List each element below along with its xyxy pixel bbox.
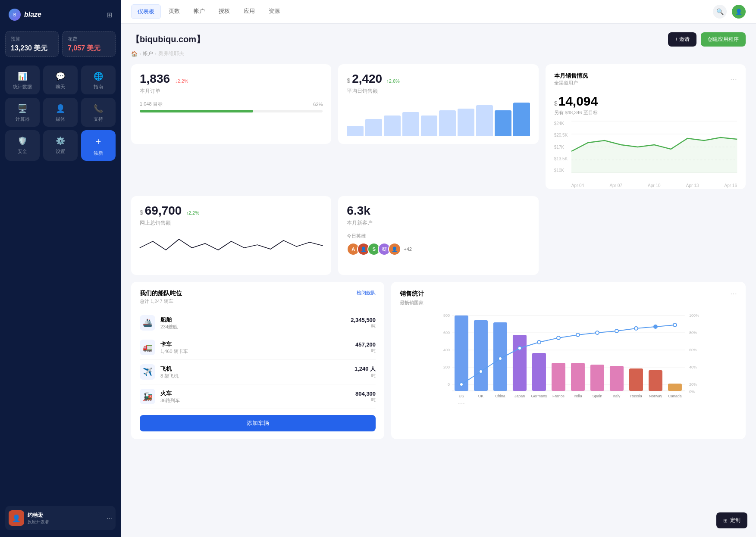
- nav-item-settings[interactable]: ⚙️ 设置: [43, 130, 78, 161]
- nav-grid: 📊 统计数据 💬 聊天 🌐 指南 🖥️ 计算器 👤 媒体 📞 支持 🛡️ 安全: [5, 66, 116, 286]
- nav-item-stats[interactable]: 📊 统计数据: [5, 66, 40, 94]
- user-menu-icon[interactable]: ⋯: [107, 515, 112, 521]
- sales-chart-card: 销售统计 ⋯ 最畅销国家 800: [391, 282, 746, 439]
- top-nav: 仪表板 页数 帐户 授权 应用 资源 🔍 👤: [121, 0, 756, 24]
- bar-10: [513, 103, 530, 136]
- y-label-3: $17K: [554, 145, 568, 150]
- x-label-1: Apr 04: [571, 183, 584, 188]
- breadcrumb-sep2: ›: [155, 51, 157, 57]
- y-label-4: $13.5K: [554, 156, 568, 161]
- nav-label-chat: 聊天: [56, 84, 65, 90]
- customize-button[interactable]: ⊞ 定制: [716, 512, 747, 528]
- x-label-5: Apr 16: [725, 183, 737, 188]
- bar-3: [384, 116, 401, 136]
- fleet-truck-name: 卡车: [160, 340, 188, 348]
- svg-marker-5: [571, 137, 737, 173]
- add-vehicle-button[interactable]: 添加车辆: [140, 415, 376, 431]
- user-avatar: 👤: [9, 510, 24, 526]
- fleet-train-num: 804,300: [355, 390, 376, 397]
- wave-chart: [140, 233, 323, 267]
- fleet-truck-count: 1,460 辆卡车: [160, 348, 188, 355]
- svg-text:~~~: ~~~: [458, 402, 465, 406]
- monthly-title-group: 本月销售情况 全渠道用户: [554, 72, 588, 86]
- expense-card: 花费 7,057 美元: [62, 31, 116, 57]
- fleet-item-plane: ✈️ 飞机 8 架飞机 1,240 人 吨: [140, 360, 376, 384]
- fleet-card: 我们的船队吨位 总计 1,247 辆车 检阅舰队 🚢 船舶 234艘舰 2,34…: [131, 282, 384, 439]
- x-label-2: Apr 07: [609, 183, 622, 188]
- header-actions: + 邀请 创建应用程序: [668, 32, 746, 47]
- nav-label-security: 安全: [18, 148, 27, 155]
- stats-row1: 1,836 ↓2.2% 本月订单 1,048 目标 62% $ 2,420 ↑2…: [131, 64, 746, 189]
- svg-text:UK: UK: [478, 394, 484, 398]
- support-icon: 📞: [94, 104, 103, 113]
- daily-sales-card: $ 2,420 ↑2.6% 平均日销售额: [338, 64, 538, 144]
- svg-point-34: [673, 323, 677, 327]
- nav-item-support[interactable]: 📞 支持: [81, 98, 116, 127]
- page-header: 【biqubiqu.com】 + 邀请 创建应用程序: [131, 32, 746, 47]
- tab-resources[interactable]: 资源: [263, 4, 286, 19]
- fleet-truck-num: 457,200: [355, 341, 376, 348]
- svg-text:200: 200: [443, 365, 450, 369]
- invite-button[interactable]: + 邀请: [668, 32, 696, 47]
- svg-point-32: [634, 327, 638, 330]
- fleet-train-info: 火车 36路列车: [160, 390, 180, 404]
- breadcrumb-accounts[interactable]: 帐户: [143, 50, 153, 57]
- svg-point-33: [654, 325, 657, 328]
- y-label-2: $20.5K: [554, 133, 568, 137]
- monthly-subtitle: 全渠道用户: [554, 80, 588, 86]
- user-role: 反应开发者: [28, 519, 49, 525]
- svg-text:India: India: [574, 394, 582, 398]
- bar-6: [439, 110, 456, 136]
- nav-item-media[interactable]: 👤 媒体: [43, 98, 78, 127]
- sales-menu-btn[interactable]: ⋯: [730, 290, 737, 298]
- create-app-button[interactable]: 创建应用程序: [701, 32, 746, 47]
- svg-text:0: 0: [448, 382, 450, 387]
- expense-label: 花费: [68, 36, 110, 42]
- y-label-5: $10K: [554, 168, 568, 173]
- plane-icon: ✈️: [140, 364, 155, 380]
- bar-france: [552, 363, 565, 391]
- fleet-plane-value: 1,240 人 吨: [354, 365, 376, 379]
- nav-label-guide: 指南: [94, 84, 103, 90]
- breadcrumb: 🏠 › 帐户 › 奥弗维耶夫: [131, 50, 746, 57]
- daily-sales-label: 平均日销售额: [347, 87, 530, 95]
- daily-sales-number: 2,420: [352, 72, 382, 86]
- tab-dashboard[interactable]: 仪表板: [131, 4, 161, 19]
- user-avatar-top[interactable]: 👤: [732, 5, 746, 19]
- settings-icon: ⚙️: [56, 136, 65, 146]
- view-fleet-button[interactable]: 检阅舰队: [357, 290, 376, 296]
- breadcrumb-sep1: ›: [139, 51, 141, 57]
- tab-accounts[interactable]: 帐户: [188, 4, 211, 19]
- tab-apps[interactable]: 应用: [238, 4, 261, 19]
- nav-item-add[interactable]: + 添新: [81, 130, 116, 161]
- budget-cards: 预算 13,230 美元 花费 7,057 美元: [5, 31, 116, 57]
- nav-item-guide[interactable]: 🌐 指南: [81, 66, 116, 94]
- budget-value: 13,230 美元: [11, 44, 53, 52]
- monthly-menu-btn[interactable]: ⋯: [730, 75, 737, 83]
- sidebar-settings-icon[interactable]: ⊞: [107, 11, 112, 19]
- nav-item-security[interactable]: 🛡️ 安全: [5, 130, 40, 161]
- nav-item-calc[interactable]: 🖥️ 计算器: [5, 98, 40, 127]
- svg-text:Italy: Italy: [613, 394, 621, 398]
- tab-auth[interactable]: 授权: [213, 4, 236, 19]
- svg-text:Norway: Norway: [649, 394, 662, 398]
- total-prefix: $: [140, 209, 143, 216]
- fleet-ship-count: 234艘舰: [160, 324, 178, 330]
- search-button[interactable]: 🔍: [713, 5, 727, 19]
- nav-item-chat[interactable]: 💬 聊天: [43, 66, 78, 94]
- expense-value: 7,057 美元: [68, 44, 110, 52]
- logo-area: B blaze: [9, 9, 41, 21]
- tab-pages[interactable]: 页数: [163, 4, 186, 19]
- svg-text:Germany: Germany: [531, 394, 548, 398]
- security-icon: 🛡️: [18, 136, 27, 146]
- bar-italy: [610, 366, 624, 391]
- bar-9: [495, 110, 511, 136]
- chat-icon: 💬: [56, 72, 65, 81]
- content-area: 【biqubiqu.com】 + 邀请 创建应用程序 🏠 › 帐户 › 奥弗维耶…: [121, 24, 756, 537]
- total-sales-number: 69,700: [145, 204, 182, 218]
- svg-text:Spain: Spain: [593, 394, 602, 398]
- nav-label-calc: 计算器: [16, 116, 30, 122]
- breadcrumb-home: 🏠: [131, 51, 138, 57]
- orders-progress-bg: [140, 110, 323, 112]
- nav-label-settings: 设置: [56, 148, 65, 155]
